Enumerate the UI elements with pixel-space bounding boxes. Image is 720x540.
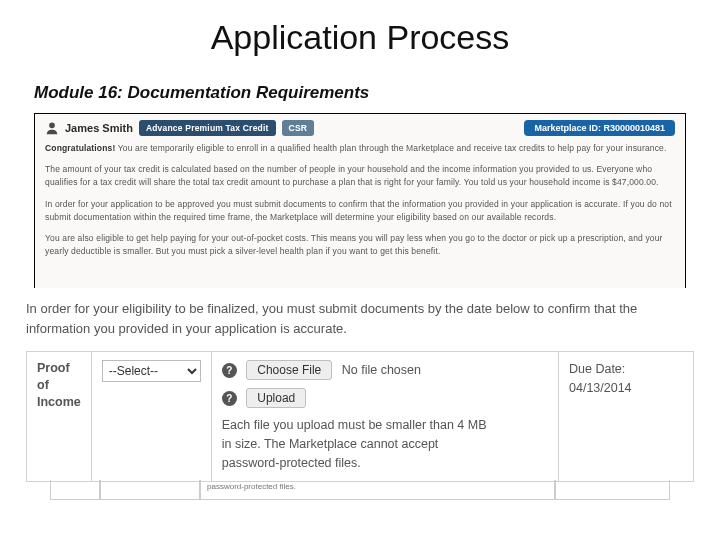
doc-type-cell: --Select-- (91, 352, 211, 481)
page-title: Application Process (34, 18, 686, 57)
actions-cell: ? Choose File No file chosen ? Upload Ea… (211, 352, 558, 481)
due-label: Due Date: (569, 362, 625, 376)
proof-label-line1: Proof (37, 361, 70, 375)
stub-cell (50, 480, 100, 500)
stub-cell (100, 480, 200, 500)
paragraph-congrats: Congratulations! You are temporarily eli… (45, 142, 675, 155)
paragraph-csr-benefit: You are also eligible to get help paying… (45, 232, 675, 258)
upload-overlay: In order for your eligibility to be fina… (0, 288, 720, 500)
upload-table: Proof of Income --Select-- ? Choose File… (26, 351, 694, 481)
proof-label-cell: Proof of Income (27, 352, 92, 481)
upload-row: ? Upload (222, 388, 548, 408)
upload-button[interactable]: Upload (246, 388, 306, 408)
paragraph-credit-amount: The amount of your tax credit is calcula… (45, 163, 675, 189)
badge-csr: CSR (282, 120, 315, 136)
person-header: James Smith Advance Premium Tax Credit C… (45, 120, 675, 136)
congrats-lead: Congratulations! (45, 143, 115, 153)
background-table-stub: password-protected files. (50, 480, 670, 500)
overlay-intro: In order for your eligibility to be fina… (26, 299, 694, 339)
badge-aptc: Advance Premium Tax Credit (139, 120, 276, 136)
stub-cell: password-protected files. (200, 480, 555, 500)
choose-file-button[interactable]: Choose File (246, 360, 332, 380)
doc-type-select[interactable]: --Select-- (102, 360, 201, 382)
page-subtitle: Module 16: Documentation Requirements (34, 83, 686, 103)
choose-file-row: ? Choose File No file chosen (222, 360, 548, 380)
due-date-cell: Due Date: 04/13/2014 (559, 352, 694, 481)
help-icon[interactable]: ? (222, 391, 237, 406)
due-value: 04/13/2014 (569, 381, 632, 395)
proof-label-line3: Income (37, 395, 81, 409)
file-status: No file chosen (342, 363, 421, 377)
marketplace-id: Marketplace ID: R30000010481 (524, 120, 675, 136)
paragraph-submit-docs: In order for your application to be appr… (45, 198, 675, 224)
upload-note: Each file you upload must be smaller tha… (222, 416, 492, 472)
svg-point-0 (49, 123, 55, 129)
congrats-body: You are temporarily eligible to enroll i… (118, 143, 667, 153)
proof-label-line2: of (37, 378, 49, 392)
help-icon[interactable]: ? (222, 363, 237, 378)
person-icon (45, 121, 59, 135)
table-row: Proof of Income --Select-- ? Choose File… (27, 352, 694, 481)
stub-cell (555, 480, 670, 500)
person-name: James Smith (65, 122, 133, 134)
